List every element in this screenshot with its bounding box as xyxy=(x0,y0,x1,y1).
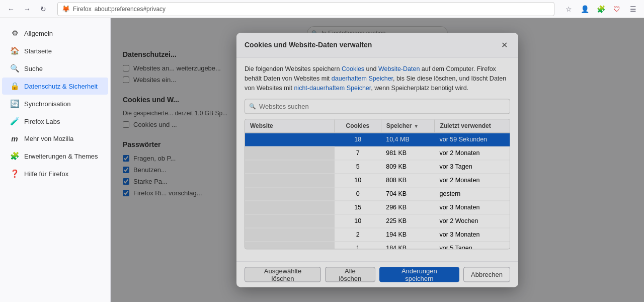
table-row[interactable]: 10 808 KB vor 2 Monaten xyxy=(245,174,510,188)
td-cookies-7: 2 xyxy=(335,229,381,242)
back-button[interactable]: ← xyxy=(5,3,17,15)
sidebar-item-mehr-mozilla[interactable]: m Mehr von Mozilla xyxy=(2,130,108,147)
sidebar-label-erweiterungen: Erweiterungen & Themes xyxy=(24,153,98,160)
td-last-3: vor 2 Monaten xyxy=(435,174,510,187)
page-area: 🔍 Datenschutzei... Websites an... weiter… xyxy=(111,18,644,302)
td-website-5 xyxy=(245,201,335,214)
td-last-6: vor 2 Wochen xyxy=(435,215,510,228)
sidebar-label-mehr-mozilla: Mehr von Mozilla xyxy=(24,135,73,142)
delete-selected-button[interactable]: Ausgewählte löschen xyxy=(245,267,321,282)
dialog-search-row: 🔍 xyxy=(245,99,510,114)
dialog-search-icon: 🔍 xyxy=(249,103,256,110)
home-icon: 🏠 xyxy=(10,46,19,55)
footer-right-buttons: Änderungen speichern Abbrechen xyxy=(379,267,510,282)
cancel-button[interactable]: Abbrechen xyxy=(463,267,510,282)
td-website-2 xyxy=(245,161,335,174)
dialog-header: Cookies und Website-Daten verwalten ✕ xyxy=(236,33,518,57)
th-website: Website xyxy=(245,120,335,133)
td-website-0 xyxy=(245,133,335,146)
extensions-button[interactable]: 🧩 xyxy=(595,3,607,15)
labs-icon: 🧪 xyxy=(10,117,19,126)
dialog-footer: Ausgewählte löschen Alle löschen Änderun… xyxy=(236,262,518,287)
sidebar-label-synchronisation: Synchronisation xyxy=(24,100,71,108)
delete-all-button[interactable]: Alle löschen xyxy=(325,267,375,282)
footer-left-buttons: Ausgewählte löschen Alle löschen xyxy=(245,267,375,282)
td-website-7 xyxy=(245,229,335,242)
dialog-search-input[interactable] xyxy=(245,99,510,114)
sidebar-label-startseite: Startseite xyxy=(24,47,52,55)
td-last-2: vor 3 Tagen xyxy=(435,161,510,174)
sidebar-item-datenschutz[interactable]: 🔒 Datenschutz & Sicherheit xyxy=(2,78,108,95)
sidebar-item-firefox-labs[interactable]: 🧪 Firefox Labs xyxy=(2,113,108,130)
td-website-8 xyxy=(245,242,335,249)
td-storage-6: 225 KB xyxy=(381,215,434,228)
sidebar-item-synchronisation[interactable]: 🔄 Synchronisation xyxy=(2,95,108,112)
sidebar-label-firefox-labs: Firefox Labs xyxy=(24,118,60,125)
sidebar-label-datenschutz: Datenschutz & Sicherheit xyxy=(24,83,98,90)
sidebar-item-allgemein[interactable]: ⚙ Allgemein xyxy=(2,25,108,42)
th-last-used: Zuletzt verwendet xyxy=(435,120,510,133)
help-icon: ❓ xyxy=(10,169,19,178)
th-storage[interactable]: Speicher ▼ xyxy=(381,120,435,133)
td-storage-5: 296 KB xyxy=(381,201,434,214)
td-storage-4: 704 KB xyxy=(381,188,434,201)
td-storage-0: 10,4 MB xyxy=(381,133,434,146)
table-row[interactable]: 0 704 KB gestern xyxy=(245,188,510,201)
lock-icon: 🔒 xyxy=(10,82,19,91)
table-row[interactable]: 5 809 KB vor 3 Tagen xyxy=(245,161,510,174)
main-content: ⚙ Allgemein 🏠 Startseite 🔍 Suche 🔒 Daten… xyxy=(0,18,644,302)
table-row[interactable]: 7 981 KB vor 2 Monaten xyxy=(245,147,510,161)
extensions-icon: 🧩 xyxy=(10,152,19,161)
td-storage-8: 184 KB xyxy=(381,242,434,249)
td-last-5: vor 3 Monaten xyxy=(435,201,510,214)
td-last-1: vor 2 Monaten xyxy=(435,147,510,160)
cookies-dialog: Cookies und Website-Daten verwalten ✕ Di… xyxy=(236,33,518,287)
firefox-logo: 🦊 xyxy=(62,5,70,13)
td-cookies-0: 18 xyxy=(335,133,381,146)
td-last-8: vor 5 Tagen xyxy=(435,242,510,249)
table-row[interactable]: 15 296 KB vor 3 Monaten xyxy=(245,201,510,215)
blue-temp: nicht-dauerhaftem Speicher xyxy=(294,85,371,92)
sidebar-item-erweiterungen[interactable]: 🧩 Erweiterungen & Themes xyxy=(2,147,108,165)
dialog-info-text: Die folgenden Websites speichern Cookies… xyxy=(245,64,510,93)
dialog-title: Cookies und Website-Daten verwalten xyxy=(245,41,372,49)
th-cookies: Cookies xyxy=(335,120,381,133)
menu-button[interactable]: ☰ xyxy=(627,3,639,15)
reload-button[interactable]: ↻ xyxy=(37,3,49,15)
account-button[interactable]: 👤 xyxy=(579,3,591,15)
address-bar: 🦊 Firefox about:preferences#privacy xyxy=(57,2,554,16)
blue-cookies: Cookies xyxy=(342,65,364,72)
table-row[interactable]: 1 184 KB vor 5 Tagen xyxy=(245,242,510,249)
sidebar-label-hilfe: Hilfe für Firefox xyxy=(24,170,68,178)
table-body: 18 10,4 MB vor 59 Sekunden 7 981 KB vor … xyxy=(245,133,510,249)
sidebar-item-startseite[interactable]: 🏠 Startseite xyxy=(2,42,108,59)
dialog-body: Die folgenden Websites speichern Cookies… xyxy=(236,57,518,261)
table-row[interactable]: 10 225 KB vor 2 Wochen xyxy=(245,215,510,229)
forward-button[interactable]: → xyxy=(21,3,33,15)
sync-icon: 🔄 xyxy=(10,99,19,108)
save-button[interactable]: Änderungen speichern xyxy=(379,267,459,282)
sidebar-item-hilfe[interactable]: ❓ Hilfe für Firefox xyxy=(2,165,108,182)
shield-button[interactable]: 🛡 xyxy=(611,3,623,15)
sort-arrow-icon: ▼ xyxy=(414,123,419,129)
td-cookies-5: 15 xyxy=(335,201,381,214)
bookmarks-button[interactable]: ☆ xyxy=(562,3,575,15)
td-last-7: vor 3 Monaten xyxy=(435,229,510,242)
sidebar: ⚙ Allgemein 🏠 Startseite 🔍 Suche 🔒 Daten… xyxy=(0,18,111,302)
blue-website-data: Website-Daten xyxy=(378,65,420,72)
td-cookies-2: 5 xyxy=(335,161,381,174)
firefox-label: Firefox xyxy=(73,6,92,13)
browser-toolbar-icons: ☆ 👤 🧩 🛡 ☰ xyxy=(562,3,639,15)
sidebar-label-suche: Suche xyxy=(24,65,43,72)
td-website-3 xyxy=(245,174,335,187)
td-cookies-8: 1 xyxy=(335,242,381,249)
td-website-1 xyxy=(245,147,335,160)
sidebar-item-suche[interactable]: 🔍 Suche xyxy=(2,60,108,77)
dialog-close-button[interactable]: ✕ xyxy=(498,39,510,51)
table-header: Website Cookies Speicher ▼ Zuletzt verwe… xyxy=(245,120,510,133)
td-storage-2: 809 KB xyxy=(381,161,434,174)
table-row[interactable]: 2 194 KB vor 3 Monaten xyxy=(245,229,510,242)
td-cookies-6: 10 xyxy=(335,215,381,228)
table-row[interactable]: 18 10,4 MB vor 59 Sekunden xyxy=(245,133,510,147)
mozilla-icon: m xyxy=(10,134,19,143)
